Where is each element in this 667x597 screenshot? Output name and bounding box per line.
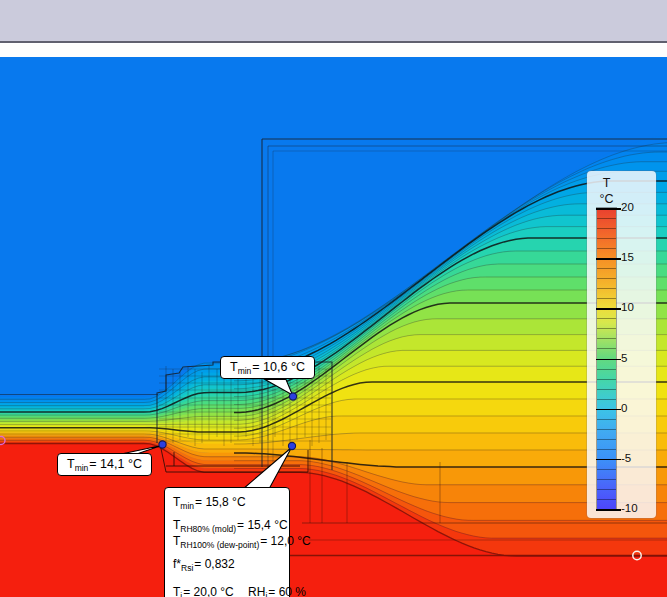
colorbar-minor-tick [597,389,616,390]
colorbar-minor-tick [597,429,616,430]
colorbar-minor-tick [597,218,616,219]
colorbar-tick-label: 20 [621,201,651,213]
colorbar-minor-tick [597,469,616,470]
callout-analysis[interactable]: Tmin= 15,8 °C TRH80% (mold)= 15,4 °C TRH… [164,487,290,597]
colorbar-minor-tick [597,499,616,500]
tmin-frame-sub: min [238,366,252,376]
colorbar-tick-label: 15 [621,251,651,263]
colorbar-minor-tick [597,419,616,420]
callout-tmin-frame[interactable]: Tmin= 10,6 °C [220,356,315,379]
tmin-frame-value: = 10,6 °C [252,360,305,374]
colorbar-minor-tick [597,379,616,380]
colorbar-minor-tick [597,318,616,319]
isotherm-field-canvas[interactable] [0,0,667,597]
callout-tmin-sill[interactable]: Tmin= 14,1 °C [57,453,152,476]
colorbar-minor-tick [597,278,616,279]
colorbar-minor-tick [597,238,616,239]
colorbar-tick-label: -5 [621,452,651,464]
colorbar-minor-tick [597,268,616,269]
colorbar-minor-tick [597,489,616,490]
colorbar-major-tick [596,308,621,310]
colorbar-minor-tick [597,479,616,480]
colorbar-major-tick [596,509,621,511]
info-line-frsi: f*Rsi= 0,832 [173,556,281,572]
tmin-frame-symbol: T [230,360,238,374]
colorbar-minor-tick [597,328,616,329]
min-temperature-marker[interactable] [288,442,295,449]
tmin-sill-symbol: T [67,457,75,471]
colorbar-minor-tick [597,449,616,450]
info-line-rh100: TRH100% (dew-point)= 12,0 °C [173,533,281,549]
legend-title-symbol: T [587,176,626,192]
colorbar-minor-tick [597,348,616,349]
colorbar-minor-tick [597,298,616,299]
info-line-rh80: TRH80% (mold)= 15,4 °C [173,517,281,533]
colorbar-minor-tick [597,399,616,400]
colorbar-major-tick [596,359,621,361]
info-line-conditions: Ti= 20,0 °C RHi= 60 % [173,584,281,597]
tmin-sill-sub: min [75,463,89,473]
colorbar-minor-tick [597,288,616,289]
min-temperature-marker[interactable] [159,441,166,448]
temperature-legend[interactable]: T °C 20151050-5-10 [587,171,656,518]
min-temperature-marker[interactable] [289,393,296,400]
info-line-tmin: Tmin= 15,8 °C [173,494,281,510]
thermal-simulation-view: T °C 20151050-5-10 Tmin= 10,6 °C Tmin= 1… [0,0,667,597]
colorbar-minor-tick [597,439,616,440]
colorbar-major-tick [596,459,621,461]
colorbar-major-tick [596,208,621,210]
colorbar-minor-tick [597,338,616,339]
colorbar-tick-label: 5 [621,352,651,364]
colorbar-tick-label: -10 [621,502,651,514]
colorbar-minor-tick [597,228,616,229]
colorbar-tick-label: 10 [621,301,651,313]
colorbar-minor-tick [597,248,616,249]
tmin-sill-value: = 14,1 °C [89,457,142,471]
colorbar-minor-tick [597,369,616,370]
colorbar-tick-label: 0 [621,402,651,414]
colorbar-major-tick [596,258,621,260]
colorbar-major-tick [596,409,621,411]
